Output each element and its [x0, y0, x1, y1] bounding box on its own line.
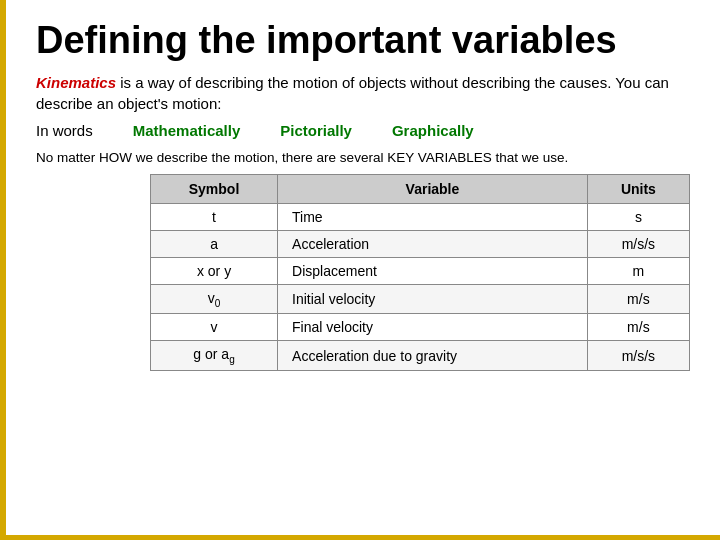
table-row: v Final velocity m/s	[151, 314, 690, 341]
symbol-t: t	[151, 203, 278, 230]
intro-rest: is a way of describing the motion of obj…	[36, 74, 669, 112]
variable-initial-velocity: Initial velocity	[278, 284, 588, 314]
nav-pictorially: Pictorially	[280, 122, 352, 139]
page-title: Defining the important variables	[36, 20, 690, 62]
variable-final-velocity: Final velocity	[278, 314, 588, 341]
nav-graphically: Graphically	[392, 122, 474, 139]
intro-paragraph: Kinematics is a way of describing the mo…	[36, 72, 690, 114]
symbol-xy: x or y	[151, 257, 278, 284]
units-m: m	[587, 257, 689, 284]
col-units: Units	[587, 174, 689, 203]
table-row: g or ag Acceleration due to gravity m/s/…	[151, 341, 690, 371]
col-variable: Variable	[278, 174, 588, 203]
nav-in-words: In words	[36, 122, 93, 139]
table-row: x or y Displacement m	[151, 257, 690, 284]
symbol-a: a	[151, 230, 278, 257]
bottom-accent-line	[6, 535, 720, 540]
table-row: t Time s	[151, 203, 690, 230]
variable-time: Time	[278, 203, 588, 230]
body-text: No matter HOW we describe the motion, th…	[36, 149, 690, 168]
subscript-g: g	[229, 354, 235, 365]
table-container: Symbol Variable Units t Time s a Acceler…	[36, 174, 690, 372]
units-ms-final: m/s	[587, 314, 689, 341]
table-row: v0 Initial velocity m/s	[151, 284, 690, 314]
symbol-g: g or ag	[151, 341, 278, 371]
nav-mathematically: Mathematically	[133, 122, 241, 139]
variable-displacement: Displacement	[278, 257, 588, 284]
units-mss-gravity: m/s/s	[587, 341, 689, 371]
symbol-v: v	[151, 314, 278, 341]
page: Defining the important variables Kinemat…	[0, 0, 720, 540]
variables-table: Symbol Variable Units t Time s a Acceler…	[150, 174, 690, 372]
kinematics-term: Kinematics	[36, 74, 116, 91]
variable-gravity: Acceleration due to gravity	[278, 341, 588, 371]
table-row: a Acceleration m/s/s	[151, 230, 690, 257]
units-ms-initial: m/s	[587, 284, 689, 314]
units-mss: m/s/s	[587, 230, 689, 257]
col-symbol: Symbol	[151, 174, 278, 203]
units-s: s	[587, 203, 689, 230]
symbol-v0: v0	[151, 284, 278, 314]
subscript-0: 0	[215, 297, 221, 308]
table-header-row: Symbol Variable Units	[151, 174, 690, 203]
variable-acceleration: Acceleration	[278, 230, 588, 257]
navigation-row: In words Mathematically Pictorially Grap…	[36, 122, 690, 139]
